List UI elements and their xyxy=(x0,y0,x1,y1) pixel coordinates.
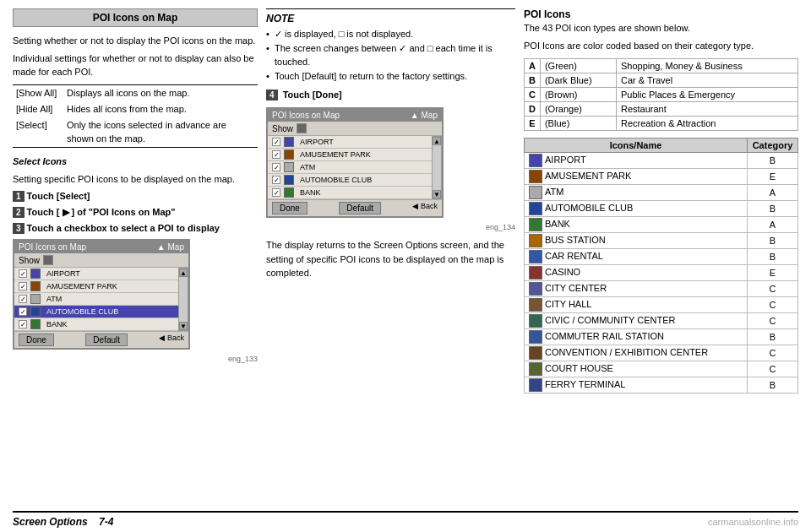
nav-btn-default[interactable]: Default xyxy=(339,202,381,214)
nav-scrollbar[interactable]: ▲▼ xyxy=(432,136,442,199)
note-title: NOTE xyxy=(266,13,515,24)
poi-item-category: E xyxy=(748,168,798,184)
settings-key: [Show All] xyxy=(13,84,63,101)
nav-map-label: ▲ Map xyxy=(157,242,184,252)
settings-key: [Select] xyxy=(13,117,63,147)
nav-screen-item[interactable]: AMUSEMENT PARK xyxy=(14,280,178,293)
color-category-row: C(Brown)Public Places & Emergency xyxy=(525,87,798,101)
nav-scrollbar[interactable]: ▲▼ xyxy=(178,268,188,331)
nav-back-btn[interactable]: ◀ Back xyxy=(412,202,438,214)
poi-item-name: AIRPORT xyxy=(525,152,748,168)
nav-map-label: ▲ Map xyxy=(411,111,438,120)
step-3-text: Touch a checkbox to select a POI to disp… xyxy=(27,223,220,233)
poi-col-category: Category xyxy=(748,138,798,152)
category-name: Restaurant xyxy=(616,101,797,116)
settings-row: [Show All]Displays all icons on the map. xyxy=(13,84,258,101)
poi-icon xyxy=(529,330,542,344)
poi-table-row: AIRPORTB xyxy=(525,152,798,168)
nav-screen-item[interactable]: ATM xyxy=(268,161,432,174)
note-item: ✓ is displayed, □ is not displayed. xyxy=(266,27,515,41)
poi-item-category: A xyxy=(748,184,798,200)
nav-btn-done[interactable]: Done xyxy=(272,202,308,214)
footer: Screen Options 7-4 carmanualsonline.info xyxy=(13,511,798,528)
poi-item-name: AUTOMOBILE CLUB xyxy=(525,200,748,216)
step-1-num: 1 xyxy=(13,191,24,202)
intro-text-1: Setting whether or not to display the PO… xyxy=(13,34,258,48)
step-2-block: 2Touch [ ▶ ] of "POI Icons on Map" xyxy=(13,207,258,218)
nav-screen-item[interactable]: BANK xyxy=(268,187,432,199)
step-1-text: Touch [Select] xyxy=(27,191,90,201)
poi-item-name: BANK xyxy=(525,216,748,232)
select-icons-desc: Setting specific POI icons to be display… xyxy=(13,172,258,187)
poi-item-category: C xyxy=(748,345,798,361)
poi-item-name: COURT HOUSE xyxy=(525,361,748,377)
poi-icon xyxy=(529,234,542,247)
scroll-up[interactable]: ▲ xyxy=(179,269,188,277)
nav-item-label: BANK xyxy=(300,188,321,197)
poi-icon xyxy=(529,298,542,312)
poi-item-category: B xyxy=(748,200,798,216)
nav-screen-item[interactable]: AUTOMOBILE CLUB xyxy=(268,174,432,187)
poi-item-name: BUS STATION xyxy=(525,232,748,248)
nav-item-label: AMUSEMENT PARK xyxy=(300,150,371,159)
poi-item-name: FERRY TERMINAL xyxy=(525,377,748,393)
poi-list-table: Icons/Name Category AIRPORTBAMUSEMENT PA… xyxy=(524,138,798,394)
poi-table-row: FERRY TERMINALB xyxy=(525,377,798,393)
poi-item-category: C xyxy=(748,312,798,328)
category-letter: C xyxy=(525,87,541,101)
poi-icon xyxy=(529,346,542,360)
nav-item-label: AIRPORT xyxy=(300,138,334,146)
category-name: Shopping, Money & Business xyxy=(616,58,797,73)
step4-num: 4 xyxy=(266,90,278,100)
nav-item-label: AMUSEMENT PARK xyxy=(46,282,117,290)
nav-screen-item[interactable]: AMUSEMENT PARK xyxy=(268,149,432,161)
nav-btn-done[interactable]: Done xyxy=(19,334,54,346)
category-name: Car & Travel xyxy=(616,73,797,87)
poi-item-category: C xyxy=(748,361,798,377)
settings-key: [Hide All] xyxy=(13,101,63,117)
poi-table-row: ATMA xyxy=(525,184,798,200)
poi-icon xyxy=(529,250,542,263)
poi-item-name: CITY CENTER xyxy=(525,280,748,296)
nav-screen-item[interactable]: BANK xyxy=(14,318,178,331)
poi-icon xyxy=(529,202,542,215)
poi-icons-title: POI Icons xyxy=(524,8,798,20)
poi-item-category: B xyxy=(748,377,798,393)
category-letter: E xyxy=(525,116,541,130)
scroll-up[interactable]: ▲ xyxy=(433,137,441,145)
category-name: Recreation & Attraction xyxy=(616,116,797,130)
left-column: POI Icons on Map Setting whether or not … xyxy=(13,8,258,508)
nav-screen-item[interactable]: AUTOMOBILE CLUB xyxy=(14,306,178,318)
nav-item-label: ATM xyxy=(300,163,315,171)
poi-icons-desc2: POI Icons are color coded based on their… xyxy=(524,40,798,52)
nav-back-btn[interactable]: ◀ Back xyxy=(159,334,184,346)
poi-item-category: E xyxy=(748,264,798,280)
note-item: Touch [Default] to return to the factory… xyxy=(266,69,515,84)
step4-block: 4 Touch [Done] xyxy=(266,90,515,100)
nav-screen-item[interactable]: ATM xyxy=(14,293,178,306)
category-color: (Brown) xyxy=(540,87,616,101)
scroll-down[interactable]: ▼ xyxy=(433,190,441,198)
nav-item-label: AUTOMOBILE CLUB xyxy=(300,176,372,184)
nav-show-row: Show xyxy=(268,122,442,136)
nav-screen-item[interactable]: AIRPORT xyxy=(14,268,178,280)
nav-screen-item[interactable]: AIRPORT xyxy=(268,136,432,149)
nav-btn-default[interactable]: Default xyxy=(85,334,128,346)
right-column: POI Icons The 43 POI icon types are show… xyxy=(524,8,798,508)
nav-title: POI Icons on Map xyxy=(19,242,86,252)
note-item: The screen changes between ✓ and □ each … xyxy=(266,41,515,69)
step-1-block: 1Touch [Select] xyxy=(13,191,258,202)
poi-table-row: CIVIC / COMMUNITY CENTERC xyxy=(525,312,798,328)
watermark: carmanualsonline.info xyxy=(708,517,798,527)
poi-item-category: B xyxy=(748,152,798,168)
color-category-row: D(Orange)Restaurant xyxy=(525,101,798,116)
scroll-down[interactable]: ▼ xyxy=(179,322,188,330)
nav-screen-2: POI Icons on Map▲ MapShowAIRPORTAMUSEMEN… xyxy=(266,107,444,218)
poi-table-row: CASINOE xyxy=(525,264,798,280)
settings-value: Only the icons selected in advance are s… xyxy=(63,117,258,147)
poi-item-name: COMMUTER RAIL STATION xyxy=(525,328,748,345)
select-icons-title: Select Icons xyxy=(13,155,258,169)
poi-item-name: CITY HALL xyxy=(525,296,748,312)
nav-title: POI Icons on Map xyxy=(272,111,340,120)
poi-item-name: CASINO xyxy=(525,264,748,280)
